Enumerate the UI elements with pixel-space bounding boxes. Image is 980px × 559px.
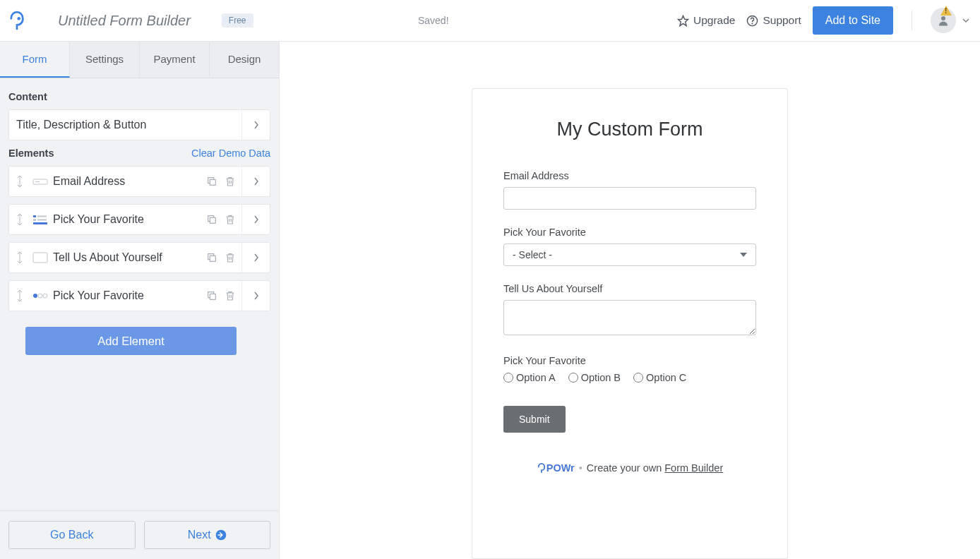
radio-option-b[interactable]: Option B	[568, 372, 621, 383]
element-card-textarea[interactable]: Tell Us About Yourself	[8, 242, 270, 273]
plan-badge: Free	[222, 13, 253, 28]
svg-rect-10	[33, 219, 36, 221]
drag-handle[interactable]	[13, 251, 26, 265]
element-label: Pick Your Favorite	[53, 289, 206, 302]
textarea-icon	[30, 252, 50, 263]
chevron-right-icon	[253, 215, 259, 224]
tab-form[interactable]: Form	[0, 42, 70, 78]
expand-button[interactable]	[241, 281, 270, 311]
saved-status: Saved!	[253, 15, 677, 26]
svg-rect-13	[210, 217, 215, 223]
field-textarea: Tell Us About Yourself	[503, 283, 756, 338]
field-email: Email Address	[503, 170, 756, 210]
element-label: Tell Us About Yourself	[53, 251, 206, 264]
duplicate-icon[interactable]	[206, 252, 217, 263]
radio-label: Option B	[581, 372, 621, 383]
element-card-radio[interactable]: Pick Your Favorite	[8, 280, 270, 311]
element-label: Pick Your Favorite	[53, 213, 206, 226]
duplicate-icon[interactable]	[206, 214, 217, 225]
svg-marker-1	[678, 16, 688, 25]
duplicate-icon[interactable]	[206, 290, 217, 301]
svg-point-17	[38, 294, 42, 298]
element-card-select[interactable]: Pick Your Favorite	[8, 204, 270, 235]
radio-option-c[interactable]: Option C	[633, 372, 686, 383]
svg-rect-8	[33, 215, 36, 217]
next-button[interactable]: Next	[144, 521, 271, 549]
trash-icon[interactable]	[225, 290, 236, 301]
email-input[interactable]	[503, 187, 756, 210]
tab-payment[interactable]: Payment	[140, 42, 210, 78]
powr-footer-icon	[537, 463, 546, 473]
select-value: - Select -	[513, 249, 552, 260]
trash-icon[interactable]	[225, 214, 236, 225]
svg-point-18	[43, 294, 47, 298]
add-to-site-button[interactable]: Add to Site	[813, 6, 893, 35]
drag-icon	[16, 251, 23, 265]
powr-brand: POWr	[546, 462, 575, 474]
chevron-right-icon	[253, 253, 259, 262]
form-builder-link[interactable]: Form Builder	[664, 462, 723, 474]
radio-input[interactable]	[503, 373, 513, 383]
divider	[912, 11, 912, 30]
expand-button[interactable]	[241, 110, 270, 140]
upgrade-link[interactable]: Upgrade	[677, 14, 735, 27]
radio-icon	[30, 293, 50, 299]
account-menu[interactable]	[931, 8, 970, 33]
about-textarea[interactable]	[503, 300, 756, 335]
user-icon	[937, 14, 950, 27]
form-title: My Custom Form	[503, 119, 756, 140]
svg-point-4	[941, 16, 945, 20]
star-icon	[677, 15, 689, 27]
support-link[interactable]: Support	[746, 14, 801, 27]
field-label-email: Email Address	[503, 170, 756, 181]
add-element-button[interactable]: Add Element	[25, 327, 237, 355]
drag-handle[interactable]	[13, 212, 26, 227]
app-title[interactable]: Untitled Form Builder	[58, 13, 191, 29]
header-right: Upgrade Support Add to Site	[677, 6, 970, 35]
trash-icon[interactable]	[225, 252, 236, 263]
tab-settings[interactable]: Settings	[70, 42, 140, 78]
radio-input[interactable]	[633, 373, 643, 383]
radio-option-a[interactable]: Option A	[503, 372, 556, 383]
expand-button[interactable]	[241, 167, 270, 196]
preview-pane: My Custom Form Email Address Pick Your F…	[280, 42, 980, 559]
warning-badge-icon	[940, 6, 952, 16]
svg-rect-14	[33, 253, 47, 263]
expand-button[interactable]	[241, 243, 270, 272]
go-back-button[interactable]: Go Back	[8, 521, 136, 549]
clear-demo-data-link[interactable]: Clear Demo Data	[191, 148, 270, 159]
content-card-title-desc-button[interactable]: Title, Description & Button	[8, 109, 270, 140]
submit-button[interactable]: Submit	[503, 406, 566, 433]
chevron-right-icon	[253, 121, 259, 129]
trash-icon[interactable]	[225, 176, 236, 187]
favorite-select[interactable]: - Select -	[503, 244, 756, 266]
caret-down-icon	[740, 253, 747, 257]
sidebar-tabs: Form Settings Payment Design	[0, 42, 279, 78]
content-section-label: Content	[8, 91, 270, 102]
main: Form Settings Payment Design Content Tit…	[0, 42, 980, 559]
arrow-circle-right-icon	[215, 529, 227, 541]
sidebar-footer: Go Back Next	[0, 510, 279, 559]
next-label: Next	[188, 529, 211, 541]
element-label: Email Address	[53, 175, 206, 188]
header: Untitled Form Builder Free Saved! Upgrad…	[0, 0, 980, 42]
radio-input[interactable]	[568, 373, 578, 383]
radio-label: Option A	[516, 372, 556, 383]
expand-button[interactable]	[241, 205, 270, 234]
create-text: Create your own	[587, 462, 664, 474]
element-card-email[interactable]: Email Address	[8, 166, 270, 197]
dot-separator: •	[579, 462, 582, 474]
tab-design[interactable]: Design	[210, 42, 279, 78]
powr-footer: POWr•Create your own Form Builder	[503, 462, 756, 474]
chevron-down-icon	[962, 16, 970, 25]
support-label: Support	[763, 14, 801, 27]
duplicate-icon[interactable]	[206, 176, 217, 187]
radio-label: Option C	[646, 372, 686, 383]
svg-point-16	[33, 294, 37, 298]
drag-handle[interactable]	[13, 289, 26, 303]
field-radio: Pick Your Favorite Option A Option B Opt…	[503, 355, 756, 383]
select-input-icon	[30, 214, 50, 225]
drag-icon	[16, 174, 23, 188]
logo[interactable]	[0, 11, 34, 30]
drag-handle[interactable]	[13, 174, 26, 188]
